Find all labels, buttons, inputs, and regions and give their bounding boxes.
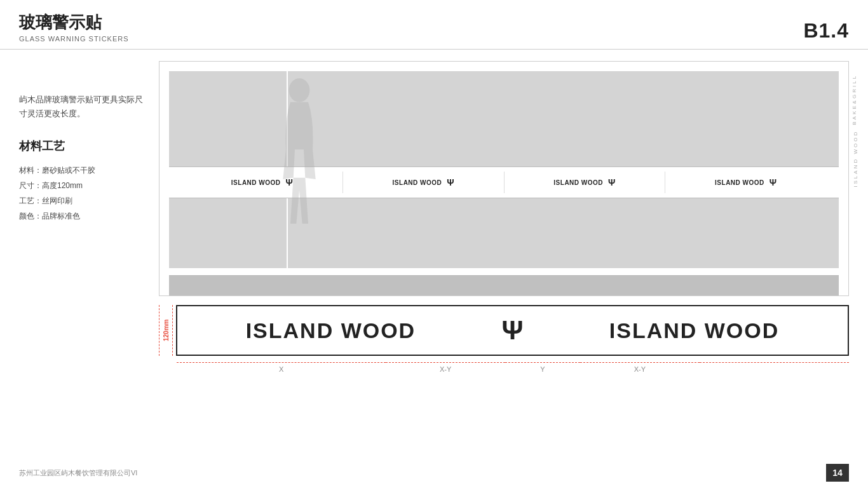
sticker-strip-sm: ISLAND WOOD Ψ ISLAND WOOD Ψ ISLAND WOOD … [169,166,839,198]
sticker-banner: ISLAND WOOD Ψ ISLAND WOOD [176,305,849,356]
left-panel: 屿木品牌玻璃警示贴可更具实际尺寸灵活更改长度。 材料工艺 材料：磨砂贴或不干胶 … [19,61,159,485]
dim-xy1-line [386,362,505,363]
dim-empty-line [700,362,849,363]
material-item-1: 材料：磨砂贴或不干胶 [19,163,146,178]
sticker-banner-section: 120mm ISLAND WOOD Ψ ISLAND WOOD [159,305,849,356]
header-code: B1.4 [803,19,849,43]
svg-point-0 [289,78,310,102]
sticker-item-4: ISLAND WOOD Ψ [665,177,826,187]
sticker-strip-inner: ISLAND WOOD Ψ ISLAND WOOD Ψ ISLAND WOOD … [169,167,839,198]
sticker-item-2: ISLAND WOOD Ψ [343,177,504,187]
sticker-item-3: ISLAND WOOD Ψ [505,177,665,187]
title-cn: 玻璃警示贴 [19,11,129,34]
dim-xy2-line [580,362,700,363]
material-item-4: 颜色：品牌标准色 [19,208,146,224]
page-number: 14 [826,464,849,482]
height-label: 120mm [159,305,173,356]
dimension-labels: X X-Y Y X-Y [159,362,849,373]
material-item-2: 尺寸：高度120mm [19,178,146,193]
main-content: 屿木品牌玻璃警示贴可更具实际尺寸灵活更改长度。 材料工艺 材料：磨砂贴或不干胶 … [0,50,868,488]
sticker-text-3: ISLAND WOOD [553,179,603,186]
banner-text-right: ISLAND WOOD [609,318,780,343]
dim-empty [700,362,849,373]
sidebar-text-1: ISLAND WOOD [853,130,858,187]
banner-icon: Ψ [501,315,523,346]
banner-text-left: ISLAND WOOD [246,318,416,343]
footer-company: 苏州工业园区屿木餐饮管理有限公司VI [19,468,137,478]
material-item-3: 工艺：丝网印刷 [19,193,146,208]
footer: 苏州工业园区屿木餐饮管理有限公司VI 14 [19,464,849,482]
sticker-text-1: ISLAND WOOD [231,179,281,186]
sticker-icon-3: Ψ [608,177,615,187]
description-text: 屿木品牌玻璃警示贴可更具实际尺寸灵活更改长度。 [19,93,146,121]
dim-x-line [177,362,386,363]
sidebar-text-2: BAKE&GRILL [851,74,857,125]
dim-xy-1: X-Y [386,362,505,373]
dim-y: Y [505,362,580,373]
glass-bottom [169,198,839,268]
gray-band [169,275,839,295]
sticker-icon-2: Ψ [447,177,454,187]
sticker-icon-4: Ψ [770,177,776,187]
right-panel: ISLAND WOOD Ψ ISLAND WOOD Ψ ISLAND WOOD … [159,61,849,485]
header-left: 玻璃警示贴 GLASS WARNING STICKERS [19,11,129,43]
materials-title: 材料工艺 [19,139,146,154]
sticker-text-4: ISLAND WOOD [715,179,764,186]
header: 玻璃警示贴 GLASS WARNING STICKERS B1.4 [0,0,868,50]
sticker-display: ISLAND WOOD Ψ ISLAND WOOD Ψ ISLAND WOOD … [159,61,849,296]
human-silhouette [277,68,334,248]
dim-y-line [505,362,580,363]
dim-xy-2: X-Y [580,362,700,373]
title-en: GLASS WARNING STICKERS [19,35,129,43]
dim-x: X [177,362,386,373]
right-sidebar-text: ISLAND WOOD BAKE&GRILL [851,74,860,187]
glass-top [169,71,839,166]
sticker-text-2: ISLAND WOOD [393,179,442,186]
